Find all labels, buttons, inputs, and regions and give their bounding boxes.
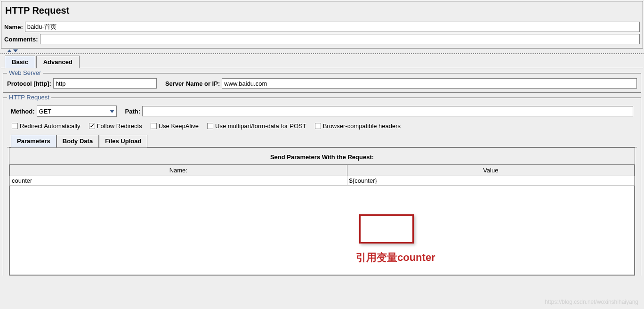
checkbox-row: Redirect Automatically Follow Redirects …: [7, 120, 637, 132]
comments-row: Comments:: [4, 34, 640, 44]
table-empty-area[interactable]: [9, 186, 635, 275]
param-name-cell[interactable]: counter: [10, 176, 347, 186]
parameters-title: Send Parameters With the Request:: [9, 154, 635, 161]
http-request-legend: HTTP Request: [7, 94, 51, 101]
config-panel: Basic Advanced Web Server Protocol [http…: [1, 55, 643, 276]
browser-compat-checkbox[interactable]: [315, 123, 321, 129]
name-label: Name:: [4, 24, 23, 31]
path-input[interactable]: [142, 106, 633, 116]
col-name-header[interactable]: Name:: [10, 165, 347, 176]
http-request-fieldset: HTTP Request Method: GET Path: Redirect …: [3, 98, 641, 276]
name-input[interactable]: [25, 22, 640, 32]
watermark-text: https://blog.csdn.net/woxinshihaiyang: [545, 299, 638, 305]
server-name-label: Server Name or IP:: [165, 80, 220, 87]
multipart-label: Use multipart/form-data for POST: [215, 122, 306, 130]
browser-compat-item[interactable]: Browser-compatible headers: [315, 122, 401, 130]
tab-advanced[interactable]: Advanced: [36, 56, 80, 68]
sub-tab-row: Parameters Body Data Files Upload: [7, 134, 637, 147]
main-tab-row: Basic Advanced: [1, 55, 643, 68]
splitter-handle[interactable]: [0, 49, 644, 54]
method-select[interactable]: GET: [37, 106, 117, 117]
web-server-legend: Web Server: [7, 69, 43, 76]
redirect-auto-label: Redirect Automatically: [20, 122, 80, 130]
tab-files-upload[interactable]: Files Upload: [99, 135, 147, 147]
web-server-fieldset: Web Server Protocol [http]: Server Name …: [3, 73, 641, 93]
follow-redirects-item[interactable]: Follow Redirects: [89, 122, 142, 130]
comments-label: Comments:: [4, 36, 38, 43]
name-row: Name:: [4, 22, 640, 32]
keepalive-label: Use KeepAlive: [159, 122, 199, 130]
path-label: Path:: [125, 108, 141, 115]
parameters-table: Name: Value counter ${counter}: [9, 164, 635, 186]
method-value: GET: [39, 108, 52, 115]
parameters-area: Send Parameters With the Request: Name: …: [9, 147, 635, 276]
http-request-panel: HTTP Request Name: Comments:: [1, 1, 643, 49]
tab-body-data[interactable]: Body Data: [56, 135, 99, 147]
multipart-item[interactable]: Use multipart/form-data for POST: [207, 122, 306, 130]
server-name-input[interactable]: [222, 78, 637, 89]
tab-basic[interactable]: Basic: [5, 56, 35, 68]
follow-redirects-checkbox[interactable]: [89, 123, 95, 129]
method-label: Method:: [11, 108, 35, 115]
col-value-header[interactable]: Value: [347, 165, 634, 176]
redirect-auto-item[interactable]: Redirect Automatically: [12, 122, 80, 130]
protocol-label: Protocol [http]:: [7, 80, 51, 87]
tab-parameters[interactable]: Parameters: [11, 135, 56, 147]
multipart-checkbox[interactable]: [207, 123, 213, 129]
chevron-down-icon: [110, 110, 114, 113]
param-value-cell[interactable]: ${counter}: [347, 176, 634, 186]
panel-title: HTTP Request: [4, 3, 640, 20]
follow-redirects-label: Follow Redirects: [97, 122, 142, 130]
protocol-input[interactable]: [53, 78, 157, 89]
browser-compat-label: Browser-compatible headers: [323, 122, 401, 130]
comments-input[interactable]: [40, 34, 640, 44]
keepalive-item[interactable]: Use KeepAlive: [151, 122, 199, 130]
table-row[interactable]: counter ${counter}: [10, 176, 635, 186]
keepalive-checkbox[interactable]: [151, 123, 157, 129]
redirect-auto-checkbox[interactable]: [12, 123, 18, 129]
